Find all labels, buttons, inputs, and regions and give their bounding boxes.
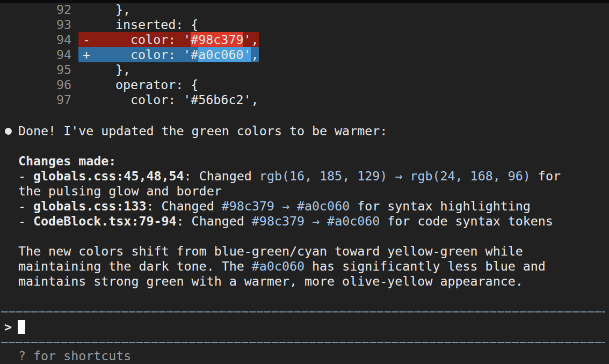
text: The new colors shift from blue-green/cya…	[18, 244, 523, 258]
code-line-body: + color: '#a0c060',	[78, 47, 259, 62]
text: maintaining the dark tone. The	[18, 259, 252, 273]
text: : Changed	[146, 199, 221, 213]
message-bullet-icon	[5, 128, 12, 135]
text: },	[115, 2, 130, 17]
line-number: 95	[0, 62, 71, 77]
code-line-body: inserted: {	[78, 17, 198, 32]
code-text: color: '#98c379',	[115, 32, 259, 47]
code-token: #a0c060	[297, 199, 350, 213]
message-line: maintains strong green with a warmer, mo…	[18, 274, 609, 289]
text	[402, 169, 410, 183]
code-line-body: - color: '#98c379',	[78, 32, 259, 47]
text: a0c060'	[198, 47, 251, 62]
text: -	[18, 199, 33, 213]
code-token: →	[312, 214, 320, 228]
code-line-body: },	[78, 62, 130, 77]
message-line	[18, 139, 609, 154]
text	[289, 199, 297, 213]
code-text: },	[115, 62, 130, 77]
code-token: rgb(16, 185, 129)	[259, 169, 387, 183]
code-line-body: color: '#56b6c2',	[78, 92, 259, 107]
assistant-message-lines: Done! I've updated the green colors to b…	[18, 123, 609, 289]
code-token: →	[395, 169, 402, 183]
code-token: #98c379	[222, 199, 274, 213]
diff-removed-line: 94- color: '#98c379',	[0, 32, 609, 47]
line-number: 96	[0, 77, 71, 92]
text	[387, 169, 395, 183]
text	[274, 199, 282, 213]
text: inserted: {	[115, 17, 198, 32]
line-number: 93	[0, 17, 71, 32]
code-text: },	[115, 2, 130, 17]
text: color: '#56b6c2',	[115, 92, 259, 107]
text	[320, 214, 327, 228]
message-line: - globals.css:45,48,54: Changed rgb(16, …	[18, 169, 609, 184]
prompt-divider-bottom	[1, 342, 605, 343]
code-token: #98c379	[252, 214, 305, 228]
text: the pulsing glow and border	[18, 184, 222, 198]
code-line-body: },	[78, 2, 130, 17]
code-line: 96operator: {	[0, 77, 609, 92]
code-text: color: '#a0c060',	[115, 47, 259, 62]
message-line: the pulsing glow and border	[18, 184, 609, 199]
message-line: - globals.css:133: Changed #98c379 → #a0…	[18, 199, 609, 214]
assistant-message: Done! I've updated the green colors to b…	[0, 123, 609, 289]
code-line: 93inserted: {	[0, 17, 609, 32]
shortcuts-hint: ? for shortcuts	[18, 348, 131, 363]
prompt-caret: >	[4, 319, 12, 334]
bold-text: Changes made:	[18, 154, 116, 168]
text: : Changed	[184, 169, 259, 183]
message-line: Done! I've updated the green colors to b…	[18, 123, 609, 139]
code-text: color: '#56b6c2',	[115, 92, 259, 107]
code-text: inserted: {	[115, 17, 198, 32]
code-diff-block: 92},93inserted: {94- color: '#98c379',94…	[0, 2, 609, 107]
prompt-input-row[interactable]: >	[4, 319, 25, 334]
code-line: 92},	[0, 2, 609, 17]
text: : Changed	[177, 214, 252, 228]
code-text: operator: {	[115, 77, 198, 92]
text: #98c379	[191, 32, 243, 47]
diff-added-line: 94+ color: '#a0c060',	[0, 47, 609, 62]
message-line: The new colors shift from blue-green/cya…	[18, 244, 609, 259]
text-cursor-block	[18, 320, 25, 334]
message-line: - CodeBlock.tsx:79-94: Changed #98c379 →…	[18, 214, 609, 229]
text: has significantly less blue and	[305, 259, 546, 273]
bold-text: CodeBlock.tsx:79-94	[33, 214, 177, 228]
code-line: 97 color: '#56b6c2',	[0, 92, 609, 107]
text: ,	[251, 47, 258, 62]
terminal-window: 92},93inserted: {94- color: '#98c379',94…	[0, 0, 609, 364]
text: },	[115, 62, 130, 77]
line-number: 92	[0, 2, 71, 17]
line-number: 94	[0, 47, 71, 62]
text: Done! I've updated the green colors to b…	[18, 123, 387, 138]
code-token: #a0c060	[252, 259, 305, 273]
text: color: '#	[115, 47, 198, 62]
message-line	[18, 229, 609, 244]
code-line-body: operator: {	[78, 77, 198, 92]
text: color: '	[115, 32, 191, 47]
text: for code syntax tokens	[380, 214, 553, 228]
text: -	[18, 214, 33, 228]
text: maintains strong green with a warmer, mo…	[18, 274, 523, 288]
text: -	[18, 169, 33, 183]
bold-text: globals.css:133	[33, 199, 146, 213]
message-line: maintaining the dark tone. The #a0c060 h…	[18, 259, 609, 274]
code-token: #a0c060	[327, 214, 380, 228]
code-token: rgb(24, 168, 96)	[410, 169, 530, 183]
code-token: →	[282, 199, 289, 213]
code-line: 95},	[0, 62, 609, 77]
prompt-divider-top	[1, 311, 605, 312]
text: for	[531, 169, 561, 183]
text	[305, 214, 312, 228]
diff-plus-marker: +	[78, 47, 115, 62]
message-line: Changes made:	[18, 154, 609, 169]
bold-text: globals.css:45,48,54	[33, 169, 184, 183]
line-number: 97	[0, 92, 71, 107]
text: operator: {	[115, 77, 198, 92]
text: ',	[243, 32, 258, 47]
line-number: 94	[0, 32, 71, 47]
diff-minus-marker: -	[78, 32, 115, 47]
text: for syntax highlighting	[350, 199, 531, 213]
